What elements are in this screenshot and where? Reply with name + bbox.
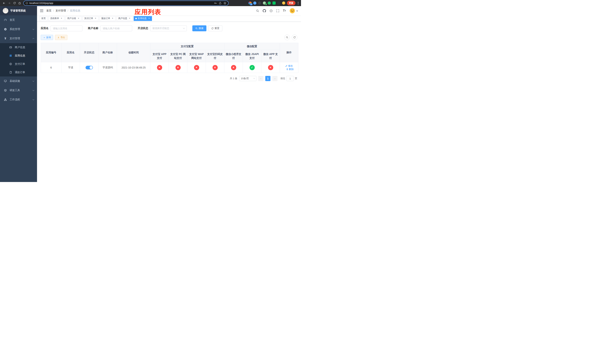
- tab-refund-order[interactable]: 退款订单×: [100, 16, 116, 21]
- breadcrumb-home[interactable]: 首页: [46, 9, 52, 12]
- github-icon[interactable]: [263, 9, 266, 12]
- search-button[interactable]: 搜索: [192, 25, 206, 31]
- home-icon: [18, 2, 21, 5]
- sidebar-item-payment[interactable]: ¥ 支付管理: [0, 34, 37, 43]
- app-name-input[interactable]: [51, 25, 82, 31]
- extension-wechat-icon[interactable]: [272, 1, 276, 5]
- sidebar: 芋道管理系统 首页 系统管理 ¥ 支付管理 商户信息: [0, 6, 37, 182]
- fullscreen-icon[interactable]: [276, 9, 279, 12]
- tab-app-info[interactable]: 应用信息×: [134, 16, 152, 21]
- sidebar-subitem-refund-order[interactable]: 退款订单: [0, 68, 37, 76]
- chevron-left-icon: ‹: [260, 77, 261, 80]
- goto-page-input[interactable]: [286, 76, 294, 81]
- monitor-icon: [4, 79, 7, 83]
- tab-pay-order[interactable]: 支付订单×: [83, 16, 98, 21]
- edit-button[interactable]: 修改: [285, 64, 293, 68]
- sidebar-item-workflow[interactable]: 工作流程: [0, 95, 37, 104]
- forward-button[interactable]: [7, 1, 11, 5]
- bookmark-star-icon[interactable]: [224, 2, 226, 5]
- prev-page-button[interactable]: ‹: [258, 76, 263, 81]
- password-key-icon[interactable]: [214, 2, 217, 5]
- close-icon[interactable]: ×: [94, 17, 97, 20]
- reload-button[interactable]: [12, 1, 17, 5]
- page-1-button[interactable]: 1: [265, 76, 270, 81]
- screen: localhost:1024/pay/app 10 1 更新: [0, 0, 301, 182]
- breadcrumb-payment[interactable]: 支付管理: [55, 9, 66, 12]
- cell-app-id: 6: [41, 62, 62, 73]
- tags-view-bar: 首页 流程表单× 用户分组× 支付订单× 退款订单× 商户信息× 应用信息×: [37, 15, 301, 22]
- browser-menu-icon[interactable]: [297, 2, 299, 4]
- status-select[interactable]: 请选择开启状态: [150, 25, 187, 31]
- reset-button[interactable]: 重置: [208, 25, 222, 31]
- url-bar[interactable]: localhost:1024/pay/app: [24, 1, 228, 5]
- update-button[interactable]: 更新: [287, 1, 295, 5]
- cube-icon: [4, 89, 7, 92]
- sidebar-item-infra[interactable]: 基础设施: [0, 76, 37, 86]
- back-button[interactable]: [2, 1, 6, 5]
- search-icon: [286, 36, 288, 39]
- merchant-name-input[interactable]: [100, 25, 132, 31]
- tab-user-group[interactable]: 用户分组×: [65, 16, 81, 21]
- profile-face-icon[interactable]: [282, 1, 285, 5]
- extension-dark-circle-icon[interactable]: [258, 1, 261, 5]
- font-size-icon[interactable]: TT: [283, 9, 286, 12]
- sidebar-logo[interactable]: 芋道管理系统: [0, 6, 37, 15]
- search-icon[interactable]: [256, 9, 259, 12]
- sidebar-subitem-pay-order[interactable]: 支付订单: [0, 60, 37, 68]
- page-size-select[interactable]: 10条/页: [239, 76, 256, 81]
- close-icon[interactable]: ×: [77, 17, 80, 20]
- home-button[interactable]: [17, 1, 22, 5]
- add-button[interactable]: ＋ 新增: [41, 35, 53, 40]
- close-icon[interactable]: ×: [148, 17, 150, 20]
- export-button[interactable]: 导出: [55, 35, 67, 40]
- extension-colorwheel-icon[interactable]: 10: [248, 1, 252, 5]
- status-label: 开启状态: [138, 27, 148, 30]
- extension-avatar-badge: 1: [265, 3, 267, 5]
- extension-drop-icon[interactable]: [253, 1, 256, 5]
- share-icon[interactable]: [219, 2, 222, 4]
- chevron-down-icon: [32, 89, 34, 91]
- sidebar-subitem-app-info[interactable]: 应用信息: [0, 52, 37, 60]
- site-info-icon[interactable]: [26, 2, 28, 4]
- extension-green-check-icon[interactable]: [268, 1, 271, 5]
- sidebar-item-home[interactable]: 首页: [0, 15, 37, 25]
- avatar-caret-icon: [296, 11, 298, 12]
- delete-button[interactable]: 删除: [286, 68, 294, 71]
- tab-process-form[interactable]: 流程表单×: [49, 16, 64, 21]
- help-icon[interactable]: ?: [269, 9, 273, 12]
- sidebar-item-devtools[interactable]: 研发工具: [0, 86, 37, 95]
- close-icon[interactable]: ×: [60, 17, 63, 20]
- grid-icon: [9, 54, 12, 57]
- cell-status: [80, 62, 98, 73]
- sidebar-item-system[interactable]: 系统管理: [0, 25, 37, 34]
- chevron-right-icon: ›: [275, 77, 275, 80]
- refresh-table-button[interactable]: [292, 35, 297, 40]
- top-navbar: 首页 / 支付管理 / 应用信息 应用列表 ?: [37, 6, 301, 15]
- next-page-button[interactable]: ›: [272, 76, 278, 81]
- extension-pin-icon[interactable]: [277, 1, 280, 5]
- status-badge: ×: [157, 65, 162, 70]
- enabled-switch[interactable]: [86, 66, 93, 69]
- status-badge: ×: [213, 65, 218, 70]
- sidebar-subitem-merchant-info[interactable]: 商户信息: [0, 43, 37, 52]
- hamburger-icon[interactable]: [40, 10, 43, 12]
- header-alipay-pc: 支付宝 PC 网站支付: [169, 50, 187, 62]
- goto-label: 前往: [280, 77, 285, 80]
- toggle-search-button[interactable]: [284, 35, 290, 40]
- cell-alipay-pc-status: ×: [169, 62, 187, 73]
- navbar-actions: ? TT: [256, 8, 298, 13]
- cell-created-at: 2021-10-23 08:49:25: [117, 62, 150, 73]
- tab-home[interactable]: 首页: [40, 16, 47, 21]
- svg-text:?: ?: [271, 10, 272, 12]
- gear-icon: [4, 28, 7, 31]
- close-icon[interactable]: ×: [111, 17, 114, 20]
- header-wechat-group: 微信配置: [224, 43, 280, 50]
- extension-avatar-icon[interactable]: 1: [263, 1, 266, 5]
- url-text[interactable]: localhost:1024/pay/app: [29, 2, 214, 4]
- tab-merchant-info[interactable]: 商户信息×: [117, 16, 133, 21]
- header-alipay-group: 支付宝配置: [150, 43, 224, 50]
- status-badge: ×: [194, 65, 199, 70]
- user-avatar[interactable]: [290, 8, 298, 13]
- close-icon[interactable]: ×: [128, 17, 131, 20]
- trash-icon: [286, 68, 288, 70]
